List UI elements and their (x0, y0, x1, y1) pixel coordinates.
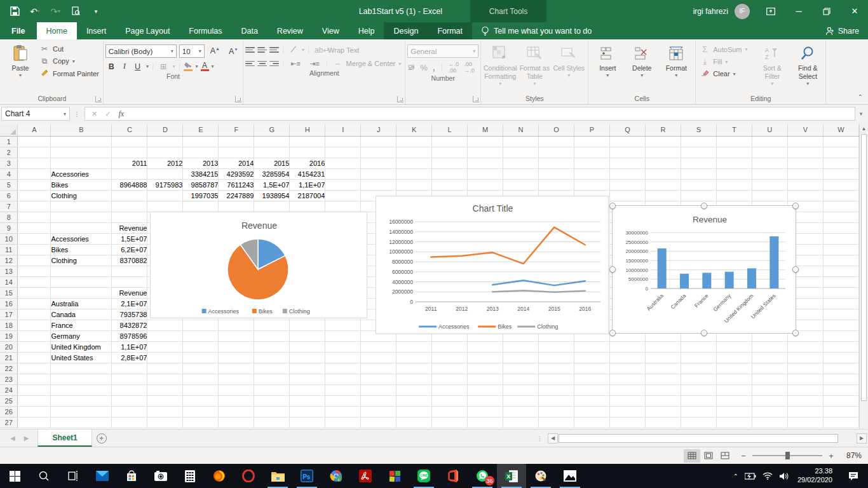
cell-P5[interactable] (574, 180, 610, 191)
column-header-G[interactable]: G (254, 124, 290, 136)
cell-I22[interactable] (325, 363, 361, 374)
cell-Q1[interactable] (610, 137, 646, 147)
cell-F24[interactable] (219, 385, 254, 396)
cell-A12[interactable] (18, 255, 51, 266)
cell-U21[interactable] (752, 353, 787, 363)
cell-B23[interactable] (51, 374, 112, 385)
cell-O4[interactable] (539, 169, 574, 180)
chart-selection-handle[interactable] (792, 330, 799, 336)
cell-E25[interactable] (183, 396, 219, 407)
row-header-6[interactable]: 6 (0, 191, 18, 201)
cell-K25[interactable] (397, 396, 432, 407)
cell-U5[interactable] (752, 180, 787, 191)
cell-G18[interactable] (254, 320, 290, 331)
cell-H26[interactable] (290, 407, 325, 417)
cell-N25[interactable] (503, 396, 539, 407)
volume-icon[interactable] (779, 472, 789, 480)
cell-D18[interactable] (147, 320, 183, 331)
cell-R1[interactable] (646, 137, 681, 147)
cell-H22[interactable] (290, 363, 325, 374)
cell-B12[interactable]: Clothing (51, 255, 112, 266)
column-header-N[interactable]: N (503, 124, 539, 136)
accounting-format-button[interactable]: 🖳 (407, 63, 415, 72)
cell-O24[interactable] (539, 385, 574, 396)
cell-Q24[interactable] (610, 385, 646, 396)
cell-N1[interactable] (503, 137, 539, 147)
cell-Q23[interactable] (610, 374, 646, 385)
formula-input[interactable] (130, 107, 855, 121)
cell-I21[interactable] (325, 353, 361, 363)
cell-D2[interactable] (147, 147, 183, 158)
cell-G23[interactable] (254, 374, 290, 385)
cell-H7[interactable] (290, 201, 325, 212)
cell-P27[interactable] (574, 417, 610, 428)
cell-V20[interactable] (787, 342, 823, 353)
column-header-O[interactable]: O (539, 124, 574, 136)
row-header-8[interactable]: 8 (0, 212, 18, 223)
cell-G20[interactable] (254, 342, 290, 353)
cell-H27[interactable] (290, 417, 325, 428)
cell-W22[interactable] (823, 363, 858, 374)
cell-T24[interactable] (717, 385, 752, 396)
cell-S3[interactable] (681, 158, 717, 169)
game-grid-app-icon[interactable] (380, 464, 409, 488)
column-header-B[interactable]: B (51, 124, 112, 136)
increase-decimal-button[interactable]: ←.0.00 (449, 61, 459, 74)
cell-J4[interactable] (361, 169, 397, 180)
bar-chart-revenue-selected[interactable]: Revenue050000001000000015000000200000002… (612, 205, 796, 334)
cell-K4[interactable] (397, 169, 432, 180)
cell-Q4[interactable] (610, 169, 646, 180)
cell-C15[interactable]: Revenue (112, 288, 147, 299)
cell-F25[interactable] (219, 396, 254, 407)
cell-I27[interactable] (325, 417, 361, 428)
cell-A14[interactable] (18, 277, 51, 288)
cell-A3[interactable] (18, 158, 51, 169)
cell-M27[interactable] (468, 417, 503, 428)
column-headers[interactable]: ABCDEFGHIJKLMNOPQRSTUVW (0, 124, 859, 137)
excel-taskbar-icon[interactable]: X (497, 464, 526, 488)
delete-cells-button[interactable]: Delete▾ (625, 42, 659, 81)
cell-B1[interactable] (51, 137, 112, 147)
cell-T3[interactable] (717, 158, 752, 169)
cell-U6[interactable] (752, 191, 787, 201)
cell-D4[interactable] (147, 169, 183, 180)
cell-A24[interactable] (18, 385, 51, 396)
cell-P25[interactable] (574, 396, 610, 407)
cell-W17[interactable] (823, 309, 858, 320)
cell-C25[interactable] (112, 396, 147, 407)
cell-U3[interactable] (752, 158, 787, 169)
cell-G27[interactable] (254, 417, 290, 428)
save-button[interactable] (9, 6, 20, 17)
taskbar-search-button[interactable] (29, 464, 58, 488)
cell-R21[interactable] (646, 353, 681, 363)
column-header-L[interactable]: L (432, 124, 468, 136)
tell-me-box[interactable]: Tell me what you want to do (472, 22, 600, 39)
cell-M25[interactable] (468, 396, 503, 407)
cell-I24[interactable] (325, 385, 361, 396)
cell-W7[interactable] (823, 201, 858, 212)
font-name-select[interactable]: Calibri (Body)▾ (105, 44, 177, 58)
row-header-10[interactable]: 10 (0, 234, 18, 245)
cell-R25[interactable] (646, 396, 681, 407)
cell-D26[interactable] (147, 407, 183, 417)
cell-T21[interactable] (717, 353, 752, 363)
microsoft-store-icon[interactable] (117, 464, 146, 488)
cell-U24[interactable] (752, 385, 787, 396)
cell-R27[interactable] (646, 417, 681, 428)
cell-E23[interactable] (183, 374, 219, 385)
pie-chart-revenue[interactable]: RevenueAccessoriesBikesClothing (150, 212, 367, 318)
cell-U27[interactable] (752, 417, 787, 428)
column-header-W[interactable]: W (823, 124, 858, 136)
cell-C1[interactable] (112, 137, 147, 147)
cell-I6[interactable] (325, 191, 361, 201)
cell-F3[interactable]: 2014 (219, 158, 254, 169)
row-header-3[interactable]: 3 (0, 158, 18, 169)
cell-A22[interactable] (18, 363, 51, 374)
insert-cells-button[interactable]: Insert▾ (590, 42, 625, 81)
cell-T23[interactable] (717, 374, 752, 385)
cell-B13[interactable] (51, 266, 112, 277)
whatsapp-icon[interactable]: 36 (468, 464, 497, 488)
cell-G19[interactable] (254, 331, 290, 342)
cell-T1[interactable] (717, 137, 752, 147)
row-header-23[interactable]: 23 (0, 374, 18, 385)
